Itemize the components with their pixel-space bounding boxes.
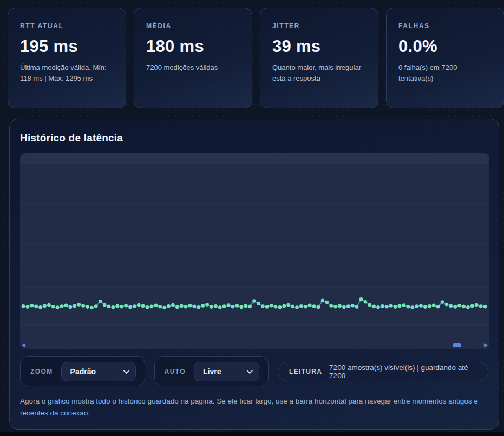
stat-value: 0.0% xyxy=(398,37,492,56)
latency-data-point xyxy=(141,304,145,308)
latency-data-point xyxy=(99,300,102,303)
latency-data-point xyxy=(432,304,436,308)
latency-data-point xyxy=(457,304,461,308)
latency-data-point xyxy=(274,305,278,309)
zoom-select[interactable]: Padrão xyxy=(61,362,136,381)
latency-data-point xyxy=(342,305,346,309)
latency-data-point xyxy=(436,305,440,309)
stat-description: Quanto maior, mais irregular está a resp… xyxy=(272,62,366,84)
latency-data-point xyxy=(299,304,303,308)
stat-label: RTT ATUAL xyxy=(20,22,114,30)
latency-data-point xyxy=(415,304,418,308)
latency-data-point xyxy=(398,304,402,308)
stat-value: 180 ms xyxy=(146,37,240,56)
latency-data-point xyxy=(73,304,77,308)
zoom-select-value: Padrão xyxy=(70,367,96,376)
latency-dashboard: RTT ATUAL 195 ms Última medição válida. … xyxy=(0,0,504,430)
stat-label: MÉDIA xyxy=(146,22,240,30)
latency-data-point xyxy=(94,304,98,308)
latency-data-point xyxy=(175,305,179,309)
latency-data-point xyxy=(240,305,244,309)
latency-data-point xyxy=(30,304,34,308)
latency-data-point xyxy=(43,304,47,308)
latency-data-point xyxy=(261,304,265,308)
zoom-control-group: ZOOM Padrão xyxy=(20,356,145,386)
stat-label: FALHAS xyxy=(398,22,492,30)
latency-data-point xyxy=(162,306,166,310)
scrollbar-thumb[interactable] xyxy=(453,343,461,347)
latency-data-point xyxy=(137,303,141,307)
stats-grid: RTT ATUAL 195 ms Última medição válida. … xyxy=(8,8,504,108)
latency-data-point xyxy=(308,304,312,308)
stat-description: Última medição válida. Mín: 118 ms | Máx… xyxy=(20,62,114,84)
stat-card-falhas: FALHAS 0.0% 0 falha(s) em 7200 tentativa… xyxy=(386,8,504,108)
latency-data-point xyxy=(317,305,320,309)
latency-data-point xyxy=(222,304,226,308)
latency-data-point xyxy=(381,304,384,308)
latency-data-point xyxy=(286,303,290,307)
latency-data-point xyxy=(146,305,149,309)
latency-data-point xyxy=(120,305,123,309)
latency-data-point xyxy=(372,305,376,309)
stat-value: 39 ms xyxy=(272,37,366,56)
latency-data-point xyxy=(368,303,372,307)
scrollbar-left-arrow-icon[interactable]: ◀ xyxy=(22,342,25,348)
latency-data-point xyxy=(389,304,393,308)
latency-data-point xyxy=(210,305,213,309)
latency-data-point xyxy=(291,305,294,309)
latency-data-point xyxy=(77,303,81,307)
latency-data-point xyxy=(112,305,115,309)
latency-data-point xyxy=(218,305,222,309)
latency-data-point xyxy=(402,303,406,307)
latency-data-point xyxy=(38,305,42,309)
latency-data-point xyxy=(167,304,171,308)
latency-data-point xyxy=(449,304,453,308)
latency-data-point xyxy=(158,305,162,309)
latency-data-point xyxy=(278,305,282,309)
stat-value: 195 ms xyxy=(20,37,114,56)
latency-data-point xyxy=(205,303,209,307)
auto-select[interactable]: Livre xyxy=(194,362,259,381)
latency-data-point xyxy=(86,305,89,309)
history-footnote: Agora o gráfico mostra todo o histórico … xyxy=(20,395,489,419)
auto-select-value: Livre xyxy=(203,367,221,376)
latency-data-point xyxy=(116,304,120,308)
auto-label: AUTO xyxy=(165,368,186,375)
reading-status-pill: LEITURA 7200 amostra(s) visível(is) | gu… xyxy=(278,362,488,381)
latency-data-point xyxy=(346,304,350,308)
latency-data-point xyxy=(479,304,483,308)
latency-data-point xyxy=(103,303,107,307)
latency-data-point xyxy=(466,305,470,309)
latency-data-point xyxy=(184,305,188,309)
latency-data-point xyxy=(283,304,286,308)
latency-data-point xyxy=(295,305,299,309)
chart-horizontal-scrollbar[interactable]: ◀ ▶ xyxy=(20,340,489,349)
stat-card-media: MÉDIA 180 ms 7200 medições válidas xyxy=(134,8,252,108)
latency-data-point xyxy=(325,301,329,304)
latency-data-point xyxy=(201,304,205,308)
latency-data-point xyxy=(244,304,247,308)
latency-data-point xyxy=(227,303,231,307)
latency-data-point xyxy=(22,304,25,308)
latency-data-point xyxy=(304,305,307,309)
latency-data-point xyxy=(150,305,154,309)
latency-data-point xyxy=(133,304,136,308)
latency-chart[interactable]: ◀ ▶ xyxy=(20,153,489,349)
latency-data-point xyxy=(351,304,355,308)
scrollbar-right-arrow-icon[interactable]: ▶ xyxy=(484,342,488,348)
latency-data-point xyxy=(483,305,487,309)
reading-label: LEITURA xyxy=(289,368,322,375)
bottom-edge-strip xyxy=(0,432,504,436)
latency-data-point xyxy=(419,304,423,308)
latency-data-point xyxy=(470,304,474,308)
latency-data-point xyxy=(60,304,64,308)
latency-data-point xyxy=(394,305,397,309)
latency-data-point xyxy=(171,303,175,307)
latency-data-point xyxy=(359,297,363,301)
latency-data-point xyxy=(214,304,218,308)
latency-data-point xyxy=(475,303,479,307)
latency-data-point xyxy=(69,305,73,309)
latency-data-point xyxy=(90,306,94,310)
latency-data-point xyxy=(270,304,273,308)
latency-data-point xyxy=(128,305,132,309)
